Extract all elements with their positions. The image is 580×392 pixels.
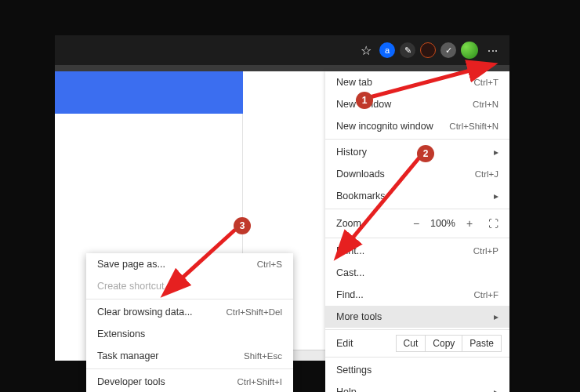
extension-icon-a[interactable]: a xyxy=(379,42,395,58)
menu-history[interactable]: History ▸ xyxy=(325,141,509,163)
cut-button[interactable]: Cut xyxy=(396,335,426,352)
menu-label: Help xyxy=(336,387,489,392)
kebab-menu-icon[interactable]: ⋮ xyxy=(483,44,503,57)
menu-label: Save page as... xyxy=(97,259,165,270)
menu-shortcut: Ctrl+N xyxy=(473,100,498,109)
page-header-banner xyxy=(55,71,243,114)
menu-separator xyxy=(325,139,509,140)
menu-print[interactable]: Print... Ctrl+P xyxy=(325,240,509,262)
chevron-right-icon: ▸ xyxy=(494,147,498,158)
menu-label: Bookmarks xyxy=(336,191,489,201)
chevron-right-icon: ▸ xyxy=(494,311,498,322)
menu-separator xyxy=(325,209,509,209)
menu-edit-row: Edit Cut Copy Paste xyxy=(325,332,509,355)
menu-label: Developer tools xyxy=(97,376,165,387)
zoom-in-button[interactable]: + xyxy=(463,217,476,230)
menu-label: Cast... xyxy=(336,267,498,278)
extension-icon-orange[interactable] xyxy=(420,42,436,58)
menu-separator xyxy=(86,368,293,369)
edit-label: Edit xyxy=(333,338,397,349)
menu-label: Settings xyxy=(336,365,498,376)
menu-shortcut: Ctrl+Shift+Del xyxy=(226,307,282,317)
submenu-clear-browsing-data[interactable]: Clear browsing data... Ctrl+Shift+Del xyxy=(86,301,293,323)
menu-shortcut: Ctrl+F xyxy=(473,290,498,299)
chevron-right-icon: ▸ xyxy=(494,387,498,392)
menu-label: Task manager xyxy=(97,350,159,361)
submenu-developer-tools[interactable]: Developer tools Ctrl+Shift+I xyxy=(86,371,293,392)
menu-cast[interactable]: Cast... xyxy=(325,262,509,284)
tab-strip xyxy=(55,65,509,71)
menu-new-tab[interactable]: New tab Ctrl+T xyxy=(325,71,509,93)
menu-label: New incognito window xyxy=(336,121,449,132)
menu-settings[interactable]: Settings xyxy=(325,359,509,381)
menu-separator xyxy=(86,299,293,299)
menu-shortcut: Ctrl+Shift+I xyxy=(237,377,282,387)
menu-zoom-row: Zoom − 100% + ⛶ xyxy=(325,211,509,236)
zoom-value: 100% xyxy=(430,218,455,229)
submenu-extensions[interactable]: Extensions xyxy=(86,323,293,345)
menu-shortcut: Ctrl+J xyxy=(475,169,498,179)
menu-new-incognito[interactable]: New incognito window Ctrl+Shift+N xyxy=(325,115,509,137)
menu-more-tools[interactable]: More tools ▸ xyxy=(325,306,509,328)
screenshot-stage: ☆ a ✎ ✓ ⋮ New tab Ctrl+T New window Ctrl… xyxy=(55,35,509,361)
menu-downloads[interactable]: Downloads Ctrl+J xyxy=(325,163,509,185)
copy-button[interactable]: Copy xyxy=(425,335,462,352)
menu-label: Clear browsing data... xyxy=(97,307,193,318)
fullscreen-icon[interactable]: ⛶ xyxy=(488,218,498,230)
menu-find[interactable]: Find... Ctrl+F xyxy=(325,284,509,306)
menu-help[interactable]: Help ▸ xyxy=(325,381,509,392)
menu-label: Create shortcut... xyxy=(97,281,172,292)
submenu-create-shortcut: Create shortcut... xyxy=(86,275,293,297)
zoom-label: Zoom xyxy=(336,218,402,229)
menu-label: New tab xyxy=(336,77,473,88)
menu-separator xyxy=(325,238,509,238)
chrome-main-menu: New tab Ctrl+T New window Ctrl+N New inc… xyxy=(325,71,509,392)
submenu-task-manager[interactable]: Task manager Shift+Esc xyxy=(86,345,293,367)
menu-bookmarks[interactable]: Bookmarks ▸ xyxy=(325,185,509,207)
more-tools-submenu: Save page as... Ctrl+S Create shortcut..… xyxy=(86,253,293,392)
menu-shortcut: Ctrl+Shift+N xyxy=(449,122,498,131)
menu-separator xyxy=(325,357,509,358)
bookmark-star-icon[interactable]: ☆ xyxy=(361,43,372,58)
browser-toolbar: ☆ a ✎ ✓ ⋮ xyxy=(55,35,509,65)
zoom-out-button[interactable]: − xyxy=(410,217,422,230)
menu-label: More tools xyxy=(336,311,489,322)
extension-icon-check[interactable]: ✓ xyxy=(440,42,456,58)
extension-icon-pencil[interactable]: ✎ xyxy=(400,42,415,58)
menu-new-window[interactable]: New window Ctrl+N xyxy=(325,93,509,115)
profile-avatar-icon[interactable] xyxy=(461,42,478,59)
menu-separator xyxy=(325,329,509,330)
submenu-save-page[interactable]: Save page as... Ctrl+S xyxy=(86,253,293,275)
menu-label: Find... xyxy=(336,289,473,300)
menu-label: Downloads xyxy=(336,169,475,180)
menu-label: New window xyxy=(336,99,473,110)
menu-shortcut: Ctrl+S xyxy=(257,260,282,269)
menu-label: History xyxy=(336,147,489,158)
menu-label: Extensions xyxy=(97,328,145,339)
menu-label: Print... xyxy=(336,245,473,256)
menu-shortcut: Ctrl+T xyxy=(473,78,498,87)
menu-shortcut: Shift+Esc xyxy=(244,351,282,361)
paste-button[interactable]: Paste xyxy=(462,335,502,352)
menu-shortcut: Ctrl+P xyxy=(473,246,498,256)
chevron-right-icon: ▸ xyxy=(494,191,498,201)
